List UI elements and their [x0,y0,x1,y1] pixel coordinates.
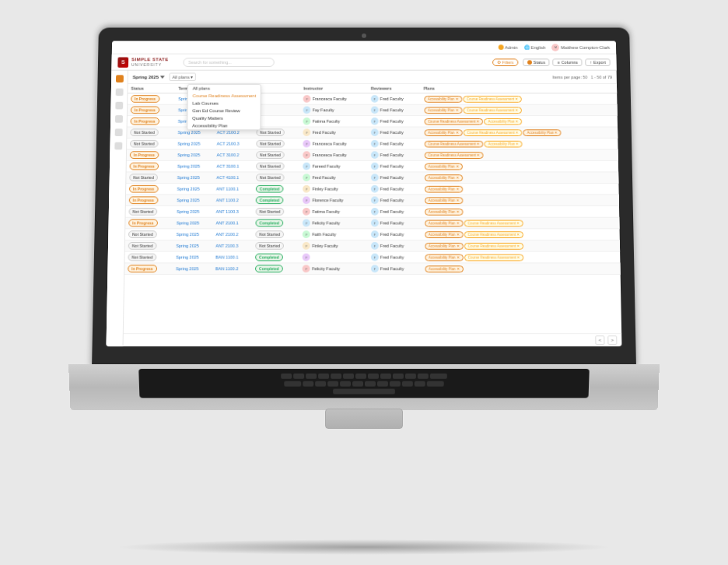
course-link[interactable]: ANT 2100.1 [216,221,239,226]
term-link[interactable]: Spring 2025 [177,209,199,214]
course-cell: ANT 2100.3 [212,240,252,251]
reviewer-avatar: F [371,185,379,193]
dropdown-item-quality-matters[interactable]: Quality Matters [187,114,261,122]
sidebar-icon-list[interactable] [115,102,123,110]
pagination-bar: < > [124,333,622,346]
table-row: Not Started Spring 2025 ANT 2100.3 Not S… [125,240,620,251]
plan-tag: Accessibility Plan ✕ [424,96,462,103]
instructor-avatar: F [303,107,311,114]
course-link[interactable]: ACT 2100.3 [217,142,240,146]
course-link[interactable]: BAN 1100.1 [215,255,238,260]
export-button[interactable]: ↑ Export [586,58,611,66]
term-cell: Spring 2025 [174,160,214,172]
table-row: Not Started Spring 2025 ACT 2100.3 Not S… [127,138,618,149]
course-link[interactable]: ACT 4100.1 [216,175,239,180]
instructor-cell: F Fay Faculty [300,104,368,115]
plans-cell: Accessibility Plan ✕Course Readiness Ass… [421,229,619,240]
sidebar-icon-star[interactable] [114,115,122,123]
sidebar-icon-settings[interactable] [114,128,122,136]
col-instructor: Instructor [300,84,368,93]
term-selector[interactable]: Spring 2025 [133,75,165,79]
plans-dropdown-menu: All plans Course Readiness Assessment La… [187,84,261,130]
table-row: Not Started Spring 2025 ANT 1100.3 Not S… [126,206,620,218]
user-nav-item[interactable]: M Matthew Compton-Clark [551,44,610,51]
term-link[interactable]: Spring 2025 [177,130,200,135]
sidebar-icon-user[interactable] [114,142,122,150]
status-badge: Not Started [129,174,158,181]
columns-button[interactable]: ≡ Columns [553,58,583,66]
course-cell: BAN 1100.2 [212,263,252,275]
instructor-avatar: F [303,185,310,193]
instructor-cell: F Francesca Faculty [300,149,368,160]
extra-cell: Not Started [253,206,300,218]
search-bar[interactable]: Search for something... [183,58,274,66]
logo-letter: S [121,59,125,65]
term-link[interactable]: Spring 2025 [177,198,199,202]
reviewer-name: Fred Faculty [380,142,404,146]
course-link[interactable]: BAN 1100.2 [215,266,239,271]
admin-label: Admin [505,45,518,50]
course-link[interactable]: ACT 2100.2 [217,130,240,135]
admin-nav-item[interactable]: Admin [498,44,517,50]
logo-icon: S [117,57,128,67]
course-link[interactable]: ANT 2100.3 [215,244,238,248]
term-link[interactable]: Spring 2025 [177,187,199,191]
extra-cell: Not Started [253,172,300,184]
course-cell: ACT 3100.2 [214,149,254,160]
course-link[interactable]: ACT 3100.2 [217,153,240,157]
course-link[interactable]: ANT 1100.1 [216,187,239,191]
table-row: In Progress Spring 2025 BAN 1100.2 Compl… [124,263,620,275]
laptop-trackpad[interactable] [325,409,403,429]
instructor-avatar: F [303,265,310,272]
plans-cell: Course Readiness Assessment ✕ [421,149,618,160]
next-page-button[interactable]: > [607,335,617,345]
reviewer-name: Fred Faculty [380,97,404,101]
term-link[interactable]: Spring 2025 [177,164,200,169]
term-cell: Spring 2025 [174,172,214,184]
dropdown-item-course-readiness[interactable]: Course Readiness Assessment [188,92,261,100]
course-link[interactable]: ANT 1100.2 [216,198,239,202]
extra-status: Completed [255,265,283,272]
prev-page-button[interactable]: < [595,335,604,345]
course-link[interactable]: ACT 3100.1 [216,164,239,169]
term-link[interactable]: Spring 2025 [177,221,199,226]
sidebar-icon-chart[interactable] [115,89,123,97]
plan-tag: Course Readiness Assessment ✕ [464,254,524,261]
term-link[interactable]: Spring 2025 [177,142,200,146]
course-link[interactable]: ANT 1100.3 [216,209,239,214]
dropdown-item-all-plans[interactable]: All plans [188,85,261,93]
term-link[interactable]: Spring 2025 [176,266,199,271]
status-cell: In Progress [125,217,173,229]
plans-dropdown[interactable]: All plans ▾ [170,73,197,81]
term-link[interactable]: Spring 2025 [176,244,198,248]
reviewer-avatar: F [371,208,379,216]
extra-status: Not Started [256,128,284,136]
table-row: In Progress Spring 2025 ANT 1100.1 Compl… [126,183,619,195]
dropdown-item-gen-ed[interactable]: Gen Ed Course Review [187,107,261,115]
term-link[interactable]: Spring 2025 [177,153,200,157]
instructor-name: Fred Faculty [313,130,336,135]
reviewer-avatar: F [371,230,379,238]
term-link[interactable]: Spring 2025 [177,175,200,180]
sidebar-icon-home[interactable] [115,75,123,82]
status-cell: In Progress [127,149,174,160]
status-button[interactable]: Status [523,58,550,66]
status-cell: Not Started [127,127,174,138]
term-cell: Spring 2025 [173,263,212,275]
status-cell: In Progress [126,183,174,195]
extra-status: Not Started [256,208,285,216]
camera [362,33,366,38]
columns-icon: ≡ [558,60,560,65]
term-link[interactable]: Spring 2025 [176,255,199,260]
dropdown-item-accessibility[interactable]: Accessibility Plan [187,122,261,130]
status-badge: In Progress [131,118,159,125]
reviewers-cell: F Fred Faculty [368,251,422,263]
language-nav-item[interactable]: 🌐 English [524,44,546,50]
dropdown-item-lab-courses[interactable]: Lab Courses [188,100,261,107]
plan-tag: Accessibility Plan ✕ [425,208,463,215]
course-link[interactable]: ANT 2100.2 [215,232,238,237]
filters-button[interactable]: ⚙ Filters [492,58,518,66]
term-link[interactable]: Spring 2025 [177,232,199,237]
extra-status: Completed [256,219,284,227]
status-badge: In Progress [129,196,158,204]
